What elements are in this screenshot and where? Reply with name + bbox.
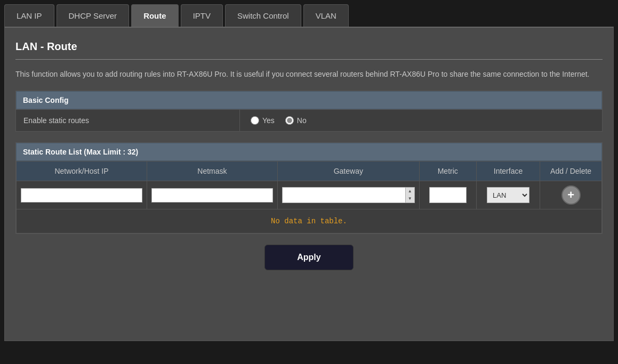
col-network-host-ip: Network/Host IP	[17, 161, 147, 181]
enable-static-routes-label: Enable static routes	[16, 110, 240, 131]
no-data-cell: No data in table.	[17, 209, 602, 233]
netmask-input[interactable]	[151, 188, 273, 203]
basic-config-section: Basic Config Enable static routes Yes No	[15, 91, 603, 132]
interface-select[interactable]: LAN WAN	[487, 187, 529, 203]
no-data-row: No data in table.	[17, 209, 602, 233]
apply-button[interactable]: Apply	[264, 245, 353, 270]
page-title: LAN - Route	[15, 41, 603, 53]
add-route-button[interactable]: +	[561, 185, 581, 205]
route-list-header: Static Route List (Max Limit : 32)	[16, 143, 602, 161]
radio-no-text: No	[297, 116, 307, 125]
enable-static-routes-row: Enable static routes Yes No	[16, 109, 602, 131]
radio-yes[interactable]	[251, 116, 259, 125]
col-netmask: Netmask	[147, 161, 277, 181]
tab-bar: LAN IPDHCP ServerRouteIPTVSwitch Control…	[0, 0, 618, 27]
metric-input[interactable]	[429, 187, 467, 203]
enable-static-routes-value: Yes No	[240, 110, 317, 131]
col-gateway: Gateway	[277, 161, 419, 181]
metric-cell	[419, 181, 476, 209]
radio-yes-text: Yes	[262, 116, 275, 125]
tab-dhcp-server[interactable]: DHCP Server	[57, 4, 130, 27]
table-header-row: Network/Host IP Netmask Gateway Metric I…	[17, 161, 602, 181]
gateway-cell: ▲ ▼	[277, 181, 419, 209]
route-list-section: Static Route List (Max Limit : 32) Netwo…	[15, 142, 603, 234]
gateway-spinner-up[interactable]: ▲	[406, 188, 414, 195]
main-content: LAN - Route This function allows you to …	[4, 27, 614, 341]
gateway-input[interactable]	[282, 187, 405, 203]
radio-yes-label[interactable]: Yes	[251, 116, 275, 125]
route-table: Network/Host IP Netmask Gateway Metric I…	[16, 161, 602, 233]
tab-lan-ip[interactable]: LAN IP	[4, 4, 54, 27]
col-add-delete: Add / Delete	[540, 161, 602, 181]
gateway-cell-inner: ▲ ▼	[282, 187, 415, 203]
tab-switch-control[interactable]: Switch Control	[225, 4, 301, 27]
col-metric: Metric	[419, 161, 476, 181]
divider	[15, 59, 603, 60]
apply-section: Apply	[15, 245, 603, 270]
network-host-ip-cell	[17, 181, 147, 209]
gateway-spinner: ▲ ▼	[405, 187, 415, 203]
netmask-cell	[147, 181, 277, 209]
description: This function allows you to add routing …	[15, 68, 603, 80]
interface-cell: LAN WAN	[476, 181, 540, 209]
network-host-ip-input[interactable]	[21, 188, 142, 203]
tab-route[interactable]: Route	[131, 4, 179, 27]
tab-iptv[interactable]: IPTV	[181, 4, 223, 27]
tab-vlan[interactable]: VLAN	[303, 4, 349, 27]
basic-config-header: Basic Config	[16, 91, 602, 109]
input-row: ▲ ▼ LAN WAN	[17, 181, 602, 209]
add-delete-cell: +	[540, 181, 602, 209]
gateway-spinner-down[interactable]: ▼	[406, 195, 414, 203]
col-interface: Interface	[476, 161, 540, 181]
radio-no[interactable]	[285, 116, 294, 125]
radio-no-label[interactable]: No	[285, 116, 307, 125]
